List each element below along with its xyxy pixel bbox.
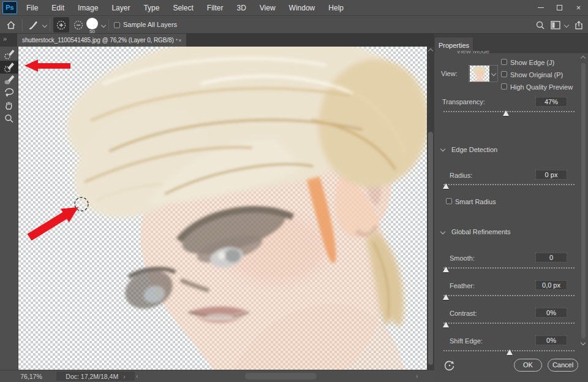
edge-detection-title[interactable]: Edge Detection	[451, 146, 497, 153]
sample-all-layers-checkbox[interactable]	[114, 22, 120, 28]
shift-edge-value[interactable]: 0%	[535, 335, 567, 345]
workspace-switcher-button[interactable]	[549, 19, 562, 31]
menu-3d[interactable]: 3D	[230, 4, 252, 12]
view-thumbnail-portrait	[470, 66, 489, 82]
chevron-down-icon[interactable]	[42, 23, 47, 28]
menu-select[interactable]: Select	[166, 4, 200, 12]
transparency-label: Transparency:	[442, 98, 485, 105]
tab-close-icon[interactable]: ×	[178, 37, 181, 44]
lasso-tool[interactable]	[0, 86, 18, 99]
hand-tool[interactable]	[0, 99, 18, 112]
document-tab-title: shutterstock_1100541485.jpg @ 76,2% (Lay…	[22, 37, 174, 44]
contrast-slider-thumb[interactable]	[443, 322, 449, 327]
search-button[interactable]	[534, 19, 546, 31]
add-to-selection-button[interactable]	[53, 17, 69, 32]
title-bar: Ps File Edit Image Layer Type Select Fil…	[0, 0, 588, 16]
cancel-button[interactable]: Cancel	[548, 359, 578, 372]
edge-detection-collapse-icon[interactable]	[440, 147, 445, 151]
maximize-button[interactable]	[550, 0, 569, 15]
status-bar: 76,17% Doc: 17,2M/18,4M › ‹ ›	[0, 370, 434, 382]
workspace-icon	[551, 21, 560, 29]
menu-window[interactable]: Window	[282, 4, 322, 12]
close-icon: ×	[576, 5, 581, 11]
menu-filter[interactable]: Filter	[200, 4, 230, 12]
smooth-value[interactable]: 0	[535, 253, 567, 262]
portrait-image	[18, 47, 427, 370]
global-refinements-collapse-icon[interactable]	[440, 229, 445, 234]
reset-button[interactable]	[443, 359, 457, 372]
feather-slider[interactable]	[443, 292, 576, 300]
tab-overflow-chevrons[interactable]: »	[3, 35, 7, 42]
home-button[interactable]	[4, 18, 18, 32]
show-original-checkbox[interactable]	[501, 71, 507, 77]
tool-preset-button[interactable]	[26, 18, 40, 32]
zoom-tool[interactable]	[0, 112, 18, 125]
home-icon	[6, 20, 16, 30]
menu-image[interactable]: Image	[71, 4, 105, 12]
radius-slider-thumb[interactable]	[443, 183, 449, 189]
menu-help[interactable]: Help	[322, 4, 350, 12]
view-mode-chevron-icon	[491, 71, 496, 76]
panel-scroll-thumb[interactable]	[581, 63, 586, 338]
smooth-slider-thumb[interactable]	[443, 267, 449, 272]
share-button[interactable]	[573, 19, 585, 31]
feather-slider-thumb[interactable]	[443, 294, 449, 300]
view-mode-dropdown[interactable]	[469, 65, 498, 82]
contrast-slider[interactable]	[443, 320, 576, 327]
high-quality-preview-label: High Quality Preview	[510, 83, 573, 91]
transparency-value[interactable]: 47%	[535, 97, 567, 107]
scroll-up-icon[interactable]	[428, 48, 433, 53]
contrast-label: Contrast:	[450, 310, 477, 317]
hand-icon	[3, 100, 15, 112]
brush-tool[interactable]	[0, 74, 18, 86]
subtract-from-selection-button[interactable]	[71, 17, 86, 32]
contrast-value[interactable]: 0%	[535, 308, 567, 318]
menu-edit[interactable]: Edit	[45, 4, 71, 12]
radius-value[interactable]: 0 px	[535, 170, 567, 180]
panel-scroll-down-icon[interactable]	[581, 340, 586, 345]
minimize-button[interactable]	[531, 0, 550, 15]
feather-value[interactable]: 0,0 px	[535, 280, 567, 290]
transparency-slider[interactable]	[443, 109, 576, 116]
vertical-scroll-thumb[interactable]	[428, 132, 433, 365]
separator	[22, 19, 23, 31]
smooth-slider[interactable]	[443, 265, 576, 272]
close-button[interactable]: ×	[569, 0, 588, 15]
annotation-arrow-cursor	[28, 207, 78, 241]
show-edge-label: Show Edge (J)	[510, 59, 554, 66]
view-mode-section-title: View Mode	[456, 51, 499, 55]
panel-scroll-up-icon[interactable]	[581, 56, 586, 61]
scroll-right-icon[interactable]: ›	[416, 372, 418, 380]
document-canvas[interactable]	[18, 47, 427, 370]
document-tab[interactable]: shutterstock_1100541485.jpg @ 76,2% (Lay…	[17, 34, 186, 47]
document-info[interactable]: Doc: 17,2M/18,4M ›	[56, 372, 135, 381]
plus-circle-icon	[56, 20, 67, 31]
refine-edge-brush-tool[interactable]	[0, 61, 18, 74]
menu-file[interactable]: File	[20, 4, 45, 12]
unsaved-indicator: *	[176, 37, 178, 44]
horizontal-scroll-thumb[interactable]	[245, 373, 317, 380]
status-menu-chevron-icon[interactable]: ›	[123, 373, 126, 380]
menu-layer[interactable]: Layer	[105, 4, 137, 12]
transparency-slider-thumb[interactable]	[503, 110, 509, 116]
global-refinements-title[interactable]: Global Refinements	[451, 228, 511, 235]
share-icon	[574, 20, 584, 30]
high-quality-preview-checkbox[interactable]	[501, 83, 507, 90]
brush-size-chevron-icon[interactable]	[101, 23, 106, 28]
canvas-vertical-scrollbar[interactable]	[427, 47, 434, 370]
shift-edge-slider-thumb[interactable]	[507, 350, 513, 355]
menu-view[interactable]: View	[253, 4, 282, 12]
radius-slider[interactable]	[443, 181, 576, 189]
ok-button[interactable]: OK	[514, 359, 542, 372]
shift-edge-slider[interactable]	[443, 348, 576, 355]
workspace-chevron-icon[interactable]	[564, 23, 569, 28]
menu-type[interactable]: Type	[137, 4, 166, 12]
quick-selection-tool[interactable]	[0, 48, 18, 61]
lasso-icon	[3, 87, 15, 99]
scroll-left-icon[interactable]: ‹	[136, 372, 138, 380]
tool-options-bar: 50 Sample All Layers	[0, 17, 588, 34]
brush-size-preview[interactable]	[86, 18, 98, 29]
zoom-level-field[interactable]: 76,17%	[15, 372, 48, 381]
show-edge-checkbox[interactable]	[501, 59, 507, 65]
smart-radius-checkbox[interactable]	[446, 198, 452, 204]
